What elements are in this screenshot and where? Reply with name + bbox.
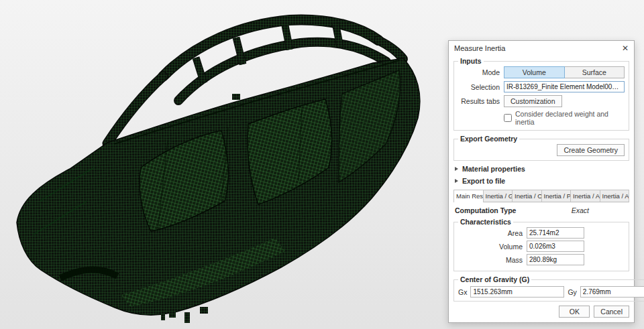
- material-properties-section[interactable]: Material properties: [455, 165, 628, 173]
- dialog-titlebar[interactable]: Measure Inertia ✕: [449, 41, 634, 56]
- dialog-title: Measure Inertia: [454, 44, 505, 52]
- gy-field[interactable]: [580, 286, 644, 298]
- mass-field[interactable]: [527, 254, 584, 265]
- measure-inertia-dialog: Measure Inertia ✕ Inputs Mode Volume Sur…: [448, 40, 635, 323]
- mode-label: Mode: [458, 68, 500, 76]
- gy-label: Gy: [568, 288, 576, 296]
- volume-label: Volume: [458, 243, 523, 251]
- close-icon[interactable]: ✕: [622, 44, 629, 52]
- selection-input[interactable]: [504, 81, 625, 92]
- mode-surface-button[interactable]: Surface: [565, 66, 625, 78]
- mode-toggle: Volume Surface: [504, 66, 625, 78]
- dialog-body: Inputs Mode Volume Surface Selection Res…: [449, 56, 634, 322]
- area-label: Area: [458, 229, 523, 237]
- create-geometry-button[interactable]: Create Geometry: [557, 144, 625, 156]
- tab-inertia-o[interactable]: Inertia / O: [513, 190, 542, 202]
- characteristics-group: Characteristics Area Volume Mass: [453, 218, 629, 271]
- volume-field[interactable]: [527, 241, 584, 252]
- area-field[interactable]: [527, 227, 584, 239]
- center-of-gravity-legend: Center of Gravity (G): [458, 275, 531, 283]
- computation-type-value: Exact: [572, 206, 589, 214]
- car-body-mesh-model: [0, 0, 443, 329]
- mode-volume-button[interactable]: Volume: [504, 66, 565, 78]
- mass-label: Mass: [458, 256, 523, 264]
- expand-arrow-icon: [455, 167, 458, 171]
- selection-label: Selection: [458, 83, 500, 91]
- cancel-button[interactable]: Cancel: [594, 306, 629, 318]
- characteristics-legend: Characteristics: [458, 218, 513, 226]
- export-geometry-legend: Export Geometry: [458, 135, 519, 143]
- tab-inertia-p[interactable]: Inertia / P: [542, 190, 572, 202]
- export-to-file-section[interactable]: Export to file: [455, 177, 628, 185]
- expand-arrow-icon: [455, 179, 458, 183]
- computation-type-label: Computation Type: [455, 206, 516, 214]
- export-geometry-group: Export Geometry Create Geometry: [453, 135, 629, 161]
- customization-button[interactable]: Customization: [504, 95, 562, 107]
- results-tab-strip: Main Resu Inertia / G Inertia / O Inerti…: [453, 190, 629, 202]
- consider-weight-checkbox[interactable]: [504, 114, 512, 122]
- tab-main-results[interactable]: Main Resu: [453, 190, 484, 202]
- results-tabs-label: Results tabs: [458, 97, 500, 105]
- inputs-legend: Inputs: [458, 57, 484, 65]
- consider-weight-label: Consider declared weight and inertia: [515, 110, 625, 126]
- tab-inertia-a2[interactable]: Inertia / A: [600, 190, 630, 202]
- inputs-group: Inputs Mode Volume Surface Selection Res…: [453, 57, 629, 131]
- export-to-file-label: Export to file: [462, 177, 505, 185]
- gx-label: Gx: [458, 288, 467, 296]
- tab-inertia-g[interactable]: Inertia / G: [484, 190, 513, 202]
- material-properties-label: Material properties: [462, 165, 525, 173]
- ok-button[interactable]: OK: [559, 306, 590, 318]
- tab-inertia-a1[interactable]: Inertia / A: [571, 190, 600, 202]
- gx-field[interactable]: [470, 286, 564, 298]
- center-of-gravity-group: Center of Gravity (G) Gx Gy Gz: [453, 275, 644, 302]
- 3d-viewport[interactable]: [0, 0, 443, 329]
